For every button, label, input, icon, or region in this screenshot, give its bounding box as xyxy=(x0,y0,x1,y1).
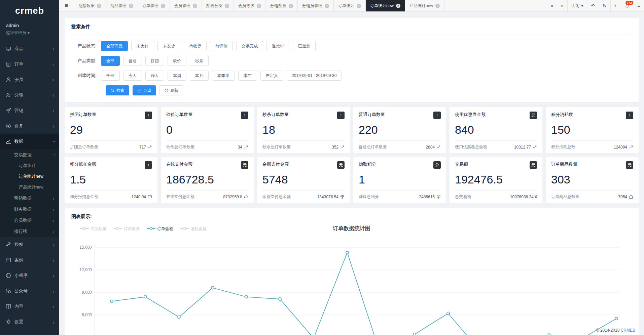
crmeb-link[interactable]: CRMEB xyxy=(621,328,635,333)
sidebar-subitem-order-stats-new[interactable]: 订单统计new xyxy=(0,171,59,182)
notifications-button[interactable]: 772 xyxy=(621,0,634,11)
stat-card-head: 拼团订单数量↑ xyxy=(70,112,152,119)
chevron-left-icon: ‹ xyxy=(53,46,55,52)
sidebar-item-marketing[interactable]: 营销‹ xyxy=(0,103,59,118)
close-icon[interactable]: × xyxy=(129,4,133,8)
sidebar-subitem-product-stats-new[interactable]: 产品统计new xyxy=(0,182,59,193)
close-icon[interactable]: × xyxy=(225,4,229,8)
search-icon xyxy=(110,88,115,93)
close-tabs-dropdown[interactable]: 关闭 ▾ xyxy=(567,0,587,11)
sidebar-item-orders[interactable]: 订单‹ xyxy=(0,56,59,72)
filter-option-button[interactable]: 本月 xyxy=(190,71,209,81)
sidebar-subitem-trade-data[interactable]: 交易数据‹ xyxy=(0,149,59,160)
tab-label: 商品管理 xyxy=(110,3,127,9)
filter-option-button[interactable]: 本年 xyxy=(238,71,257,81)
sidebar-item-distribution[interactable]: 分销‹ xyxy=(0,87,59,103)
filter-option-button[interactable]: 已退款 xyxy=(293,41,316,51)
stat-footer-number: 1240.94 xyxy=(132,195,146,199)
close-icon[interactable]: × xyxy=(257,4,261,8)
back-button[interactable]: ↶ xyxy=(587,0,599,11)
sidebar-item-official-account[interactable]: 公众号‹ xyxy=(0,283,59,299)
scroll-tabs-right-button[interactable]: » xyxy=(557,0,567,11)
sidebar-item-authorization[interactable]: 授权‹ xyxy=(0,237,59,252)
close-icon[interactable]: × xyxy=(435,4,440,8)
tab-product-manage[interactable]: 商品管理× xyxy=(106,0,138,11)
search-button[interactable]: 搜索 xyxy=(106,85,129,95)
close-icon[interactable]: × xyxy=(396,4,400,8)
wrench-icon xyxy=(6,242,11,247)
stat-card-footer: 砍价总订单数量34 xyxy=(166,140,248,150)
filter-option-button[interactable]: 全部 xyxy=(101,71,120,81)
sidebar-item-settings[interactable]: 设置‹ xyxy=(0,314,59,330)
filter-option-button[interactable]: 未支付 xyxy=(131,41,154,51)
sidebar-menu: 商品‹订单‹会员‹分销‹营销‹财务‹数据‹交易数据‹订单统计订单统计new产品统… xyxy=(0,41,59,330)
scroll-tabs-left-button[interactable]: « xyxy=(547,0,557,11)
filter-option-button[interactable]: 秒杀 xyxy=(190,56,209,66)
collapse-sidebar-button[interactable]: ≡ xyxy=(59,0,74,11)
tab-order-stats[interactable]: 订单统计× xyxy=(334,0,366,11)
filter-option-button[interactable]: 本周 xyxy=(168,71,186,81)
filter-option-button[interactable]: 全部商品 xyxy=(101,41,128,51)
filter-option-button[interactable]: 待评价 xyxy=(210,41,233,51)
tab-order-manage[interactable]: 订单管理× xyxy=(138,0,170,11)
close-icon[interactable]: × xyxy=(97,4,101,8)
fullscreen-button[interactable]: + xyxy=(610,0,621,11)
sidebar-item-mini-program[interactable]: 小程序‹ xyxy=(0,268,59,283)
sidebar-subitem-member-data[interactable]: 会员数据‹ xyxy=(0,215,59,226)
filter-option-button[interactable]: 拼团 xyxy=(145,56,164,66)
tab-member-level[interactable]: 会员等级× xyxy=(234,0,266,11)
tab-order-stats-new[interactable]: 订单统计new× xyxy=(366,0,405,11)
filter-option-button[interactable]: 交易完成 xyxy=(236,41,263,51)
trend-icon xyxy=(533,145,537,149)
tab-config-category[interactable]: 配置分类× xyxy=(202,0,234,11)
tab-distributor-manage[interactable]: 分销员管理× xyxy=(298,0,334,11)
export-button[interactable]: 导出 xyxy=(133,85,156,95)
tab-clear-data[interactable]: 清除数据× xyxy=(74,0,106,11)
chevron-left-icon: ‹ xyxy=(53,257,55,263)
sidebar-subitem-marketing-data[interactable]: 营销数据‹ xyxy=(0,193,59,204)
sidebar-item-content[interactable]: 内容‹ xyxy=(0,299,59,314)
sidebar-subitem-label: 会员数据 xyxy=(14,217,53,223)
close-icon[interactable]: × xyxy=(193,4,197,8)
trend-icon xyxy=(340,145,345,149)
tab-distribution-config[interactable]: 分销配置× xyxy=(266,0,298,11)
filter-option-button[interactable]: 昨天 xyxy=(145,71,164,81)
refresh-button[interactable]: 刷新 xyxy=(159,85,183,95)
sidebar-subitem-ranking[interactable]: 排行榜‹ xyxy=(0,226,59,237)
filter-option-button[interactable]: 今天 xyxy=(123,71,142,81)
close-icon[interactable]: × xyxy=(357,4,361,8)
sidebar-item-data[interactable]: 数据‹ xyxy=(0,134,59,149)
sidebar-item-finance[interactable]: 财务‹ xyxy=(0,118,59,134)
filter-option-button[interactable]: 全部 xyxy=(101,56,120,66)
close-icon[interactable]: × xyxy=(325,4,329,8)
filter-option-button[interactable]: 普通 xyxy=(123,56,142,66)
stat-card-title: 砍价订单数量 xyxy=(166,112,192,118)
filter-option-button[interactable]: 退款中 xyxy=(266,41,289,51)
user-role-dropdown[interactable]: 超级管理员 ▾ xyxy=(6,30,53,36)
filter-option-button[interactable]: 本季度 xyxy=(212,71,235,81)
user-role-label: 超级管理员 xyxy=(6,30,26,36)
menu-list-button[interactable]: ≡ xyxy=(634,0,644,11)
close-icon[interactable]: × xyxy=(289,4,293,8)
tab-product-stats-new[interactable]: 产品统计new× xyxy=(405,0,444,11)
book-icon xyxy=(6,304,11,309)
refresh-icon xyxy=(164,88,169,93)
refresh-page-button[interactable]: ↻ xyxy=(599,0,610,11)
date-range-input[interactable]: 2019-09-01 - 2019-09-30 xyxy=(287,71,342,81)
close-icon[interactable]: × xyxy=(161,4,165,8)
stat-card-title: 订单商品数量 xyxy=(551,161,577,167)
filter-option-button[interactable]: 砍价 xyxy=(168,56,186,66)
sidebar-item-label: 内容 xyxy=(14,303,53,309)
sidebar-subitem-finance-data[interactable]: 财务数据‹ xyxy=(0,204,59,215)
filter-option-button[interactable]: 待收货 xyxy=(184,41,207,51)
filter-option-button[interactable]: 未发货 xyxy=(157,41,180,51)
tab-member-manage[interactable]: 会员管理× xyxy=(170,0,202,11)
filter-option-button[interactable]: 自定义 xyxy=(260,71,283,81)
sidebar-subitem-order-stats[interactable]: 订单统计 xyxy=(0,160,59,171)
sidebar-item-cases[interactable]: 案例‹ xyxy=(0,252,59,268)
stat-card-value: 5748 xyxy=(262,173,345,186)
tab-label: 会员管理 xyxy=(174,3,190,9)
sidebar-item-goods[interactable]: 商品‹ xyxy=(0,41,59,56)
sidebar-item-members[interactable]: 会员‹ xyxy=(0,72,59,87)
miniapp-icon xyxy=(6,273,11,278)
